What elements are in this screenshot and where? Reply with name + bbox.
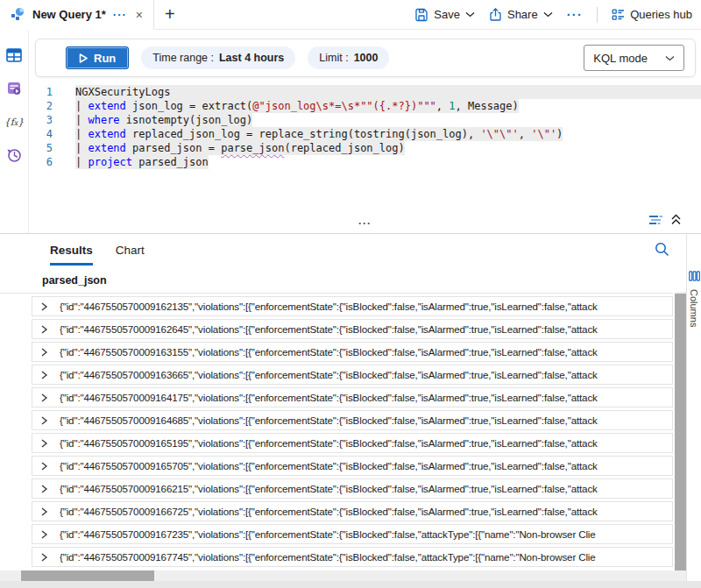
- table-row[interactable]: {"id":"4467550570009165705","violations"…: [32, 456, 673, 476]
- table-row[interactable]: {"id":"4467550570009165195","violations"…: [32, 433, 673, 453]
- line-number: 6: [29, 155, 59, 169]
- code-line[interactable]: 2| extend json_log = extract(@"json_log\…: [29, 99, 701, 113]
- results-grid: {"id":"4467550570009162135","violations"…: [32, 296, 673, 570]
- kql-mode-dropdown[interactable]: KQL mode: [584, 45, 684, 71]
- code-line[interactable]: 1NGXSecurityLogs: [29, 85, 701, 99]
- line-number: 2: [29, 99, 59, 113]
- tab-title: New Query 1*: [32, 8, 106, 21]
- resize-handle[interactable]: ···: [358, 217, 372, 230]
- row-json-text: {"id":"4467550570009166725","violations"…: [60, 506, 672, 517]
- query-tab[interactable]: New Query 1* ··· ×: [0, 0, 154, 30]
- table-row[interactable]: {"id":"4467550570009162135","violations"…: [32, 296, 673, 316]
- table-row[interactable]: {"id":"4467550570009162645","violations"…: [32, 319, 673, 339]
- row-expander-icon[interactable]: [40, 325, 48, 334]
- collapse-panel-icon[interactable]: [670, 213, 682, 226]
- row-expander-icon[interactable]: [40, 507, 48, 516]
- vertical-scrollbar-thumb[interactable]: [675, 294, 686, 572]
- more-actions-icon[interactable]: ···: [567, 8, 584, 22]
- search-icon[interactable]: [655, 242, 669, 257]
- code-line[interactable]: 4| extend replaced_json_log = replace_st…: [29, 127, 701, 141]
- line-number: 4: [29, 127, 59, 141]
- results-tab-label: Results: [50, 244, 93, 257]
- code-text: | extend json_log = extract(@"json_log\s…: [75, 99, 519, 113]
- row-expander-icon[interactable]: [40, 302, 48, 311]
- columns-icon: [689, 271, 700, 281]
- queries-hub-label: Queries hub: [630, 8, 692, 21]
- row-json-text: {"id":"4467550570009163155","violations"…: [60, 346, 672, 358]
- table-row[interactable]: {"id":"4467550570009166725","violations"…: [32, 501, 673, 521]
- connections-table-icon[interactable]: [6, 47, 22, 63]
- query-summary-icon[interactable]: [648, 214, 663, 226]
- table-row[interactable]: {"id":"4467550570009166215","violations"…: [32, 478, 673, 499]
- code-line[interactable]: 6| project parsed_json: [29, 155, 701, 169]
- line-number: 1: [29, 85, 59, 99]
- row-expander-icon[interactable]: [40, 530, 48, 539]
- column-header-parsed-json[interactable]: parsed_json: [0, 267, 673, 294]
- save-icon: [414, 8, 428, 22]
- code-text: | extend parsed_json = parse_json(replac…: [75, 141, 405, 155]
- save-button[interactable]: Save: [414, 8, 475, 22]
- share-label: Share: [507, 8, 538, 21]
- tab-close-icon[interactable]: ×: [134, 8, 145, 22]
- results-panel: Results Chart parsed_json {"id":"4467550…: [0, 233, 701, 588]
- tab-results[interactable]: Results: [50, 234, 93, 266]
- code-line[interactable]: 5| extend parsed_json = parse_json(repla…: [29, 141, 701, 155]
- code-text: NGXSecurityLogs: [75, 85, 701, 99]
- run-label: Run: [94, 52, 116, 65]
- queries-hub-button[interactable]: Queries hub: [612, 8, 692, 21]
- row-json-text: {"id":"4467550570009163665","violations"…: [60, 369, 672, 380]
- vertical-scrollbar[interactable]: [675, 292, 686, 572]
- line-number: 5: [29, 141, 59, 155]
- table-row[interactable]: {"id":"4467550570009164175","violations"…: [32, 387, 673, 407]
- row-json-text: {"id":"4467550570009167745","violations"…: [60, 551, 672, 563]
- code-lines: 1NGXSecurityLogs2| extend json_log = ext…: [29, 81, 701, 169]
- row-expander-icon[interactable]: [40, 553, 48, 562]
- queries-hub-icon: [612, 9, 625, 21]
- saved-scripts-icon[interactable]: [6, 81, 22, 96]
- row-json-text: {"id":"4467550570009162135","violations"…: [60, 301, 672, 312]
- limit-picker[interactable]: Limit : 1000: [308, 46, 389, 69]
- table-row[interactable]: {"id":"4467550570009163155","violations"…: [32, 342, 673, 362]
- row-json-text: {"id":"4467550570009164175","violations"…: [60, 392, 672, 403]
- new-tab-button[interactable]: +: [154, 0, 186, 29]
- functions-icon[interactable]: {fx}: [6, 114, 22, 130]
- tab-chart[interactable]: Chart: [116, 234, 145, 266]
- left-sidebar: {fx}: [0, 30, 29, 233]
- table-row[interactable]: {"id":"4467550570009164685","violations"…: [32, 410, 673, 430]
- query-history-icon[interactable]: [6, 147, 22, 163]
- columns-side-panel[interactable]: Columns: [686, 234, 701, 581]
- table-row[interactable]: {"id":"4467550570009167745","violations"…: [32, 547, 673, 567]
- tab-bar: New Query 1* ··· × + Save: [0, 0, 701, 30]
- share-button[interactable]: Share: [489, 8, 553, 22]
- row-expander-icon[interactable]: [40, 485, 48, 493]
- save-label: Save: [434, 8, 460, 21]
- tab-more-icon[interactable]: ···: [113, 8, 127, 21]
- row-expander-icon[interactable]: [40, 371, 48, 379]
- table-row[interactable]: {"id":"4467550570009163665","violations"…: [32, 365, 673, 385]
- code-text: | extend replaced_json_log = replace_str…: [75, 127, 563, 141]
- table-row[interactable]: {"id":"4467550570009167235","violations"…: [32, 524, 673, 544]
- row-json-text: {"id":"4467550570009166215","violations"…: [60, 483, 672, 494]
- window-footer: [0, 581, 701, 588]
- panel-divider: ···: [29, 210, 701, 233]
- adx-query-icon: [11, 7, 25, 22]
- time-range-picker[interactable]: Time range : Last 4 hours: [141, 46, 295, 69]
- chevron-down-icon: [543, 11, 553, 18]
- query-editor[interactable]: 1NGXSecurityLogs2| extend json_log = ext…: [29, 81, 701, 210]
- row-expander-icon[interactable]: [40, 439, 48, 448]
- row-expander-icon[interactable]: [40, 416, 48, 425]
- row-expander-icon[interactable]: [40, 393, 48, 402]
- row-expander-icon[interactable]: [40, 462, 48, 471]
- limit-value: 1000: [354, 52, 379, 64]
- limit-label: Limit :: [319, 52, 348, 64]
- row-expander-icon[interactable]: [40, 348, 48, 357]
- code-line[interactable]: 3| where isnotempty(json_log): [29, 113, 701, 127]
- chevron-down-icon: [665, 55, 675, 61]
- row-json-text: {"id":"4467550570009164685","violations"…: [60, 414, 672, 426]
- kql-mode-value: KQL mode: [593, 52, 648, 65]
- columns-panel-label: Columns: [689, 289, 699, 327]
- time-range-value: Last 4 hours: [219, 52, 284, 64]
- run-button[interactable]: Run: [66, 46, 129, 69]
- row-json-text: {"id":"4467550570009165705","violations"…: [60, 460, 672, 471]
- line-number: 3: [29, 113, 59, 127]
